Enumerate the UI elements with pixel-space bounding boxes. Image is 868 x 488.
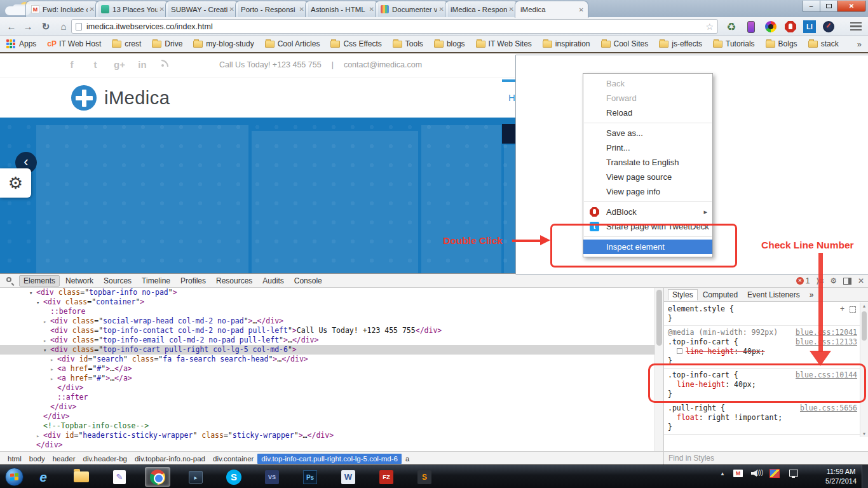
bookmark-item[interactable]: Tools <box>393 39 423 48</box>
tab-close-icon[interactable]: ✕ <box>579 6 584 13</box>
bookmark-item[interactable]: stack <box>808 39 839 48</box>
breadcrumb-item[interactable]: div.container <box>209 454 257 464</box>
bookmark-item[interactable]: IT Web Sites <box>476 39 532 48</box>
word-icon[interactable]: W <box>336 467 361 487</box>
tree-node[interactable]: ::before <box>0 307 654 316</box>
devtools-tab-network[interactable]: Network <box>61 275 98 287</box>
home-button[interactable]: ⌂ <box>56 19 71 34</box>
tree-node[interactable]: <!--Topbar-info-close--> <box>0 421 654 431</box>
camera-icon[interactable] <box>764 20 778 34</box>
network-icon[interactable] <box>788 470 798 478</box>
browser-tab[interactable]: MFwd: Include one✕ <box>25 1 99 17</box>
tab-close-icon[interactable]: ✕ <box>90 6 95 13</box>
bookmark-item[interactable]: Drive <box>152 39 182 48</box>
sidebar-tab--[interactable]: » <box>805 289 818 301</box>
chrome-menu-icon[interactable] <box>850 22 862 30</box>
taskbar-clock[interactable]: 11:59 AM 5/27/2014 <box>825 467 857 486</box>
tree-node-selected[interactable]: ▾<div class="top-info-cart pull-right co… <box>0 345 654 355</box>
forward-button[interactable]: → <box>20 19 36 34</box>
stylesheet-link[interactable]: blue.css:12041 <box>796 328 857 337</box>
disclosure-closed-icon[interactable]: ▸ <box>50 374 57 384</box>
dock-side-icon[interactable] <box>843 278 851 285</box>
url-text[interactable]: imedica.itwebservices.co/index.html <box>86 22 705 31</box>
tab-close-icon[interactable]: ✕ <box>509 6 514 13</box>
sublime-icon[interactable]: S <box>412 467 437 487</box>
browser-tab[interactable]: Documenter v 2.0✕ <box>375 1 449 17</box>
bookmarks-overflow-icon[interactable]: » <box>857 39 862 49</box>
close-window-button[interactable]: ✕ <box>837 1 866 12</box>
tree-node[interactable]: <div class="top-info-contact col-md-2 no… <box>0 326 654 336</box>
menu-item-view-page-info[interactable]: View page info <box>583 184 712 199</box>
devtools-gear-icon[interactable]: ⚙ <box>830 276 837 285</box>
tab-close-icon[interactable]: ✕ <box>299 6 304 13</box>
scrollbar-thumb[interactable] <box>656 290 662 346</box>
disclosure-closed-icon[interactable]: ▸ <box>43 336 50 346</box>
scroll-up-icon[interactable]: ▲ <box>860 304 868 308</box>
new-style-rule-icon[interactable]: + <box>840 304 844 314</box>
bookmark-item[interactable]: Cool Sites <box>601 39 649 48</box>
phone-icon[interactable] <box>744 20 758 34</box>
speedometer-icon[interactable] <box>822 20 836 34</box>
volume-icon[interactable]: ))) <box>751 469 761 478</box>
property-checkbox[interactable] <box>677 348 682 354</box>
tree-node[interactable]: ▸<a href="#">…</a> <box>0 364 654 374</box>
bookmark-item[interactable]: Bolgs <box>766 39 797 48</box>
tree-node[interactable]: ▾<div class="topbar-info no-pad"> <box>0 288 654 297</box>
devtools-close-icon[interactable]: ✕ <box>858 276 864 285</box>
ie-icon[interactable]: e <box>31 467 56 487</box>
back-button[interactable]: ← <box>4 19 19 34</box>
bookmark-item[interactable]: Css Effects <box>330 39 381 48</box>
disclosure-closed-icon[interactable]: ▸ <box>50 355 57 365</box>
devtools-tab-audits[interactable]: Audits <box>258 275 288 287</box>
minimize-button[interactable]: – <box>802 1 820 12</box>
bookmark-item[interactable]: Cool Articles <box>265 39 320 48</box>
disclosure-open-icon[interactable]: ▾ <box>29 288 36 298</box>
photo-tray-icon[interactable] <box>770 469 780 478</box>
disclosure-open-icon[interactable]: ▾ <box>36 298 43 308</box>
tab-close-icon[interactable]: ✕ <box>159 6 165 13</box>
tree-node[interactable]: ▸<div id="search" class="fa fa-search se… <box>0 355 654 364</box>
tree-node[interactable]: </div> <box>0 383 654 393</box>
maximize-button[interactable] <box>820 1 837 12</box>
disclosure-closed-icon[interactable]: ▸ <box>50 365 57 374</box>
bookmark-item[interactable]: inspiration <box>543 39 590 48</box>
bookmark-star-icon[interactable]: ☆ <box>705 22 714 32</box>
disclosure-closed-icon[interactable]: ▸ <box>36 431 43 441</box>
skype-icon[interactable]: S <box>221 467 247 487</box>
google-plus-icon[interactable]: g+ <box>114 59 124 70</box>
browser-tab[interactable]: iMedica - Respon✕ <box>445 1 519 17</box>
browser-tab[interactable]: Porto - Responsi✕ <box>235 1 309 17</box>
chrome-icon[interactable] <box>145 467 170 487</box>
breadcrumb-item[interactable]: div.topbar-info.no-pad <box>131 454 209 464</box>
tab-close-icon[interactable]: ✕ <box>229 6 234 13</box>
menu-item-view-page-source[interactable]: View page source <box>583 170 712 184</box>
breadcrumb-item[interactable]: body <box>25 454 49 464</box>
tree-node[interactable]: ::after <box>0 393 654 402</box>
bookmark-apps[interactable]: Apps <box>6 39 36 48</box>
sidebar-tab-styles[interactable]: Styles <box>668 289 698 301</box>
breadcrumb-item[interactable]: header <box>49 454 79 464</box>
browser-tab-active[interactable]: iMedica✕ <box>515 1 588 18</box>
devtools-tab-sources[interactable]: Sources <box>99 275 136 287</box>
disclosure-closed-icon[interactable]: ▸ <box>43 317 50 327</box>
media-player-icon[interactable]: ▸ <box>183 467 208 487</box>
gmail-tray-icon[interactable]: M <box>733 470 743 477</box>
menu-item-adblock[interactable]: AdBlock▸ <box>583 205 712 219</box>
tree-node[interactable]: </div> <box>0 402 654 412</box>
bookmark-item[interactable]: Tutorials <box>713 39 755 48</box>
bookmark-item[interactable]: crest <box>112 39 141 48</box>
browser-tab[interactable]: SUBWAY - Creati✕ <box>165 1 239 17</box>
element-picker-icon[interactable] <box>850 306 856 313</box>
css-property-line[interactable]: float: right !important; <box>668 413 857 423</box>
tab-close-icon[interactable]: ✕ <box>369 6 374 13</box>
recycle-icon[interactable]: ♻ <box>724 20 738 34</box>
browser-tab[interactable]: 13 Places You Sh✕ <box>95 1 169 17</box>
stylesheet-link[interactable]: blue.css:5656 <box>800 403 857 413</box>
breadcrumb-item[interactable]: div.header-bg <box>79 454 130 464</box>
error-badge[interactable]: ✕ 1 <box>796 276 810 285</box>
tree-node[interactable]: ▸<a href="#">…</a> <box>0 374 654 383</box>
sidebar-tab-event-listeners[interactable]: Event Listeners <box>743 289 804 301</box>
breadcrumb-item-selected[interactable]: div.top-info-cart.pull-right.col-lg-5.co… <box>257 454 402 464</box>
site-logo[interactable]: iMedica <box>71 85 170 111</box>
style-switcher-gear-icon[interactable]: ⚙ <box>0 168 31 198</box>
